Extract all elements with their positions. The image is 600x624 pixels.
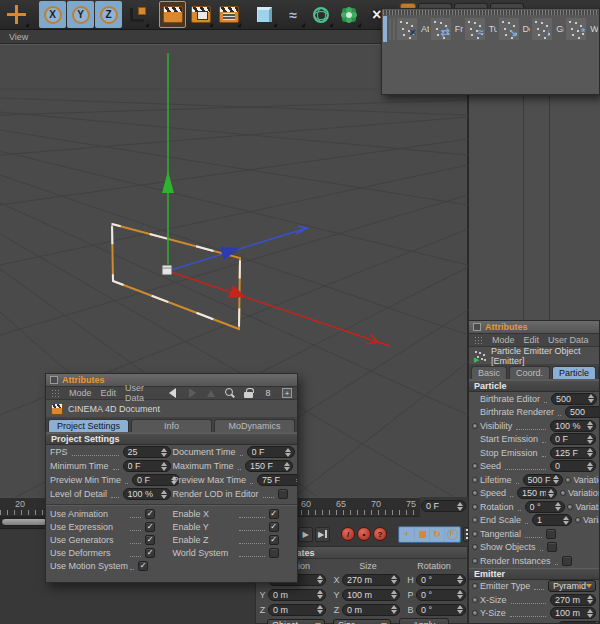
coordinate-mode-select[interactable]: Object bbox=[267, 619, 325, 624]
panel-title-bar[interactable]: Attributes bbox=[46, 374, 297, 387]
render-view-button[interactable] bbox=[159, 1, 186, 28]
spinner[interactable] bbox=[586, 595, 593, 604]
user-data-menu[interactable]: User Data bbox=[548, 335, 589, 345]
spinner[interactable] bbox=[555, 502, 562, 511]
user-data-menu[interactable]: User Data bbox=[125, 383, 150, 403]
use-expression-checkbox[interactable] bbox=[145, 522, 155, 532]
spinner[interactable] bbox=[456, 575, 463, 584]
spinner[interactable] bbox=[390, 605, 397, 614]
menu-item-emitter[interactable]: Emitter bbox=[383, 16, 387, 42]
add-primitive-button[interactable] bbox=[251, 1, 278, 28]
enable-z-checkbox[interactable] bbox=[269, 535, 279, 545]
level-of-detail-field[interactable]: 100 % bbox=[123, 488, 171, 500]
use-motion-system-checkbox[interactable] bbox=[138, 561, 148, 571]
rot-h-field[interactable]: 0 ° bbox=[416, 574, 466, 586]
panel-pin-icon[interactable] bbox=[473, 323, 481, 331]
menu-item-gravity[interactable]: Gravity bbox=[530, 16, 564, 42]
spinner[interactable] bbox=[161, 448, 168, 457]
lock-y-button[interactable]: Y bbox=[67, 1, 94, 28]
start-emission-field[interactable]: 0 F bbox=[550, 433, 596, 445]
lock-x-button[interactable]: X bbox=[39, 1, 66, 28]
size-x-field[interactable]: 270 m bbox=[342, 574, 400, 586]
emitter-plane[interactable] bbox=[112, 224, 240, 329]
tangential-checkbox[interactable] bbox=[546, 529, 556, 539]
spinner[interactable] bbox=[586, 609, 593, 618]
current-frame-field[interactable]: 0 F bbox=[421, 500, 466, 512]
key-scale-toggle[interactable] bbox=[415, 528, 429, 541]
birthrate-renderer-field[interactable]: 500 bbox=[565, 406, 599, 418]
edit-menu[interactable]: Edit bbox=[524, 335, 540, 345]
stop-emission-field[interactable]: 125 F bbox=[550, 447, 596, 459]
keyframe-dot[interactable] bbox=[472, 490, 478, 496]
render-settings-button[interactable] bbox=[215, 1, 242, 28]
goto-end-button[interactable] bbox=[315, 527, 330, 542]
tab-basic[interactable]: Basic bbox=[471, 366, 507, 379]
spinner[interactable] bbox=[586, 421, 593, 430]
menu-item-deflector[interactable]: Deflector bbox=[497, 16, 531, 42]
speed-field[interactable]: 150 m bbox=[517, 487, 557, 499]
render-lod-checkbox[interactable] bbox=[278, 489, 288, 499]
pos-y-field[interactable]: 0 m bbox=[268, 589, 326, 601]
keyframe-dot[interactable] bbox=[472, 463, 478, 469]
panel-title-bar[interactable]: Attributes bbox=[469, 321, 599, 334]
history-forward-icon[interactable] bbox=[187, 388, 197, 398]
spinner[interactable] bbox=[285, 448, 292, 457]
link-icon[interactable] bbox=[263, 388, 273, 398]
tab-project-settings[interactable]: Project Settings bbox=[48, 419, 129, 432]
use-deformers-checkbox[interactable] bbox=[145, 548, 155, 558]
tab-particle[interactable]: Particle bbox=[552, 366, 596, 379]
add-modeling-button[interactable] bbox=[335, 1, 362, 28]
tab-info[interactable]: Info bbox=[131, 419, 212, 432]
menu-item-turbulence[interactable]: Turbulence bbox=[463, 16, 497, 42]
add-spline-button[interactable] bbox=[279, 1, 306, 28]
history-back-icon[interactable] bbox=[168, 388, 178, 398]
keyframe-dot[interactable] bbox=[472, 597, 478, 603]
mode-menu[interactable]: Mode bbox=[492, 335, 515, 345]
key-parameter-toggle[interactable] bbox=[445, 528, 459, 541]
pos-z-field[interactable]: 0 m bbox=[268, 604, 326, 616]
history-up-icon[interactable] bbox=[206, 388, 216, 398]
grip-icon[interactable] bbox=[474, 336, 483, 345]
minimum-time-field[interactable]: 0 F bbox=[123, 460, 171, 472]
size-mode-select[interactable]: Size bbox=[333, 619, 391, 624]
y-size-field[interactable]: 100 m bbox=[550, 607, 596, 619]
render-instances-checkbox[interactable] bbox=[562, 556, 572, 566]
render-picture-viewer-button[interactable] bbox=[187, 1, 214, 28]
view-menu[interactable]: View bbox=[9, 32, 28, 42]
size-y-field[interactable]: 100 m bbox=[342, 589, 400, 601]
lock-z-button[interactable]: Z bbox=[95, 1, 122, 28]
spinner[interactable] bbox=[586, 462, 593, 471]
grip-icon[interactable] bbox=[51, 389, 60, 398]
lock-icon[interactable] bbox=[244, 388, 254, 398]
keyframe-dot[interactable] bbox=[472, 610, 478, 616]
edit-menu[interactable]: Edit bbox=[101, 388, 117, 398]
spinner[interactable] bbox=[316, 575, 323, 584]
use-generators-checkbox[interactable] bbox=[145, 535, 155, 545]
keyframe-dot[interactable] bbox=[567, 504, 573, 510]
record-keyframe-button[interactable]: / bbox=[341, 527, 355, 541]
menu-item-rotation[interactable]: Rotation bbox=[391, 16, 395, 42]
rotation-field[interactable]: 0 ° bbox=[525, 501, 565, 513]
spinner[interactable] bbox=[586, 448, 593, 457]
spinner[interactable] bbox=[161, 490, 168, 499]
fps-field[interactable]: 25 bbox=[123, 446, 171, 458]
spinner[interactable] bbox=[316, 605, 323, 614]
use-animation-checkbox[interactable] bbox=[145, 509, 155, 519]
apply-button[interactable]: Apply bbox=[399, 618, 449, 624]
keyframe-dot[interactable] bbox=[565, 477, 571, 483]
spinner[interactable] bbox=[295, 476, 298, 485]
panel-pin-icon[interactable] bbox=[50, 376, 58, 384]
enable-y-checkbox[interactable] bbox=[269, 522, 279, 532]
spinner[interactable] bbox=[456, 590, 463, 599]
keyframe-dot[interactable] bbox=[472, 504, 478, 510]
autokeying-button[interactable]: • bbox=[357, 527, 371, 541]
spinner[interactable] bbox=[316, 590, 323, 599]
move-tool-button[interactable] bbox=[3, 1, 30, 28]
spinner[interactable] bbox=[456, 502, 463, 511]
spinner[interactable] bbox=[547, 489, 554, 498]
spinner[interactable] bbox=[587, 394, 594, 403]
search-icon[interactable] bbox=[225, 388, 235, 398]
end-scale-field[interactable]: 1 bbox=[532, 514, 572, 526]
spinner[interactable] bbox=[390, 590, 397, 599]
keyframe-dot[interactable] bbox=[472, 531, 478, 537]
